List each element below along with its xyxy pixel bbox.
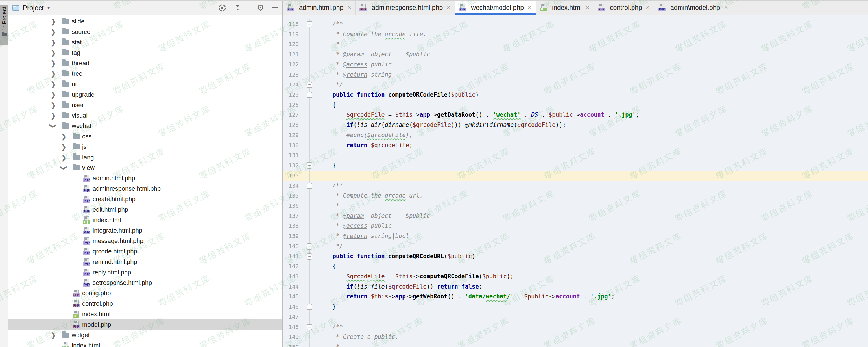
panel-title[interactable]: Project [23,4,44,12]
code-line[interactable]: 144 if(!is_file($qrcodeFile)) return fal… [283,282,868,292]
tree-chevron[interactable]: ❯ [51,39,62,46]
fold-end-icon[interactable]: − [307,304,312,310]
code-line[interactable]: 133 [283,171,868,181]
code-line[interactable]: 141− public function computeQRCodeURL($p… [283,252,868,262]
fold-collapse-icon[interactable]: − [307,21,312,27]
tree-item-css[interactable]: ❯css [8,131,282,142]
tree-chevron[interactable]: ❯ [51,70,62,77]
code-line[interactable]: 140− */ [283,241,868,252]
tree-item-adminresponse-html-php[interactable]: PHPadminresponse.html.php [8,183,282,194]
tree-chevron[interactable]: ❯ [51,102,62,109]
tree-chevron[interactable]: ❯ [51,50,62,56]
tree-item-control-php[interactable]: PHPcontrol.php [8,298,282,309]
tree-item-wechat[interactable]: ❯wechat [8,121,282,131]
gear-icon[interactable]: ⚙ [257,4,264,12]
code-line[interactable]: 127 $qrcodeFile = $this->app->getDataRoo… [283,110,868,120]
code-line[interactable]: 120 * [283,39,868,50]
fold-collapse-icon[interactable]: − [307,324,312,330]
code-area[interactable]: 118− /**119 * Compute the qrcode file.12… [283,15,868,347]
tree-chevron[interactable]: ❯ [51,29,62,35]
code-line[interactable]: 124− */ [283,80,868,90]
tree-item-edit-html-php[interactable]: PHPedit.html.php [8,204,282,215]
code-line[interactable]: 143 $qrcodeFile = $this->computeQRCodeFi… [283,271,868,282]
tree-chevron[interactable]: ❯ [51,91,62,98]
code-line[interactable]: 142 { [283,261,868,271]
close-icon[interactable]: ✕ [347,4,351,11]
code-line[interactable]: 148− /** [283,322,868,332]
tree-item-index-html[interactable]: Hindex.html [8,309,282,319]
code-line[interactable]: 136 * [283,201,868,211]
fold-end-icon[interactable]: − [307,82,312,88]
tree-item-tag[interactable]: ❯tag [8,48,282,58]
code-line[interactable]: 134− /** [283,181,868,191]
fold-end-icon[interactable]: − [307,243,312,250]
tree-chevron[interactable]: ❯ [61,144,72,150]
tree-item-message-html-php[interactable]: PHPmessage.html.php [8,236,282,246]
tree-item-model-php[interactable]: PHPmodel.php [8,319,282,330]
tree-item-remind-html-php[interactable]: PHPremind.html.php [8,257,282,267]
chevron-down-icon[interactable]: ▼ [46,5,51,10]
code-line[interactable]: 125− public function computeQRCodeFile($… [283,90,868,100]
tree-chevron[interactable]: ❯ [51,123,62,129]
code-line[interactable]: 128 if(!is_dir(dirname($qrcodeFile))) @m… [283,120,868,130]
code-line[interactable]: 138 * @access public [283,221,868,231]
code-line[interactable]: 121 * @param object $public [283,50,868,60]
fold-collapse-icon[interactable]: − [307,183,312,189]
tree-item-source[interactable]: ❯source [8,27,282,37]
tree-item-setresponse-html-php[interactable]: PHPsetresponse.html.php [8,278,282,288]
locate-icon[interactable] [218,4,226,12]
code-line[interactable]: 131 [283,150,868,161]
tree-item-qrcode-html-php[interactable]: PHPqrcode.html.php [8,246,282,257]
code-line[interactable]: 126 { [283,100,868,110]
code-line[interactable]: 137 * @param object $public [283,211,868,221]
code-line[interactable]: 146− } [283,302,868,312]
tree-item-tree[interactable]: ❯tree [8,68,282,79]
tab-control-php[interactable]: PHPcontrol.php✕ [594,1,654,15]
code-line[interactable]: 149 * Create a public. [283,332,868,342]
fold-collapse-icon[interactable]: − [307,254,312,260]
tree-chevron[interactable]: ❯ [61,154,72,161]
tree-item-thread[interactable]: ❯thread [8,58,282,68]
tree-chevron[interactable]: ❯ [51,60,62,67]
tree-chevron[interactable]: ❯ [51,18,62,25]
code-line[interactable]: 123 * @return string [283,70,868,80]
tree-item-integrate-html-php[interactable]: PHPintegrate.html.php [8,225,282,236]
close-icon[interactable]: ✕ [646,4,650,11]
tree-item-ui[interactable]: ❯ui [8,79,282,89]
code-line[interactable]: 122 * @access public [283,60,868,70]
tab-admin-model-php[interactable]: PHPadmin\model.php✕ [654,1,733,15]
code-line[interactable]: 150 * [283,342,868,347]
tree-item-admin-html-php[interactable]: PHPadmin.html.php [8,173,282,183]
code-line[interactable]: 129 #echo($qrcodeFile); [283,130,868,140]
tree-item-visual[interactable]: ❯visual [8,110,282,121]
code-line[interactable]: 130 return $qrcodeFile; [283,140,868,151]
tree-item-index-html[interactable]: Hindex.html [8,215,282,225]
tree-chevron[interactable]: ❯ [51,332,62,339]
project-stripe-button[interactable]: 1: Project [0,5,8,45]
hide-panel-icon[interactable] [272,7,278,8]
tree-chevron[interactable]: ❯ [51,81,62,88]
tree-item-widget[interactable]: ❯widget [8,330,282,340]
tree-item-create-html-php[interactable]: PHPcreate.html.php [8,194,282,204]
code-line[interactable]: 132− } [283,161,868,171]
code-line[interactable]: 118− /** [283,19,868,29]
tree-item-view[interactable]: ❯view [8,163,282,173]
tree-chevron[interactable]: ❯ [61,165,72,171]
tree-item-slide[interactable]: ❯slide [8,16,282,27]
tree-item-stat[interactable]: ❯stat [8,37,282,48]
tab-admin-html-php[interactable]: PHPadmin.html.php✕ [283,1,355,15]
tab-wechat-model-php[interactable]: PHPwechat\model.php✕ [455,1,536,15]
tree-chevron[interactable]: ❯ [61,133,72,140]
tree-item-user[interactable]: ❯user [8,100,282,110]
code-line[interactable]: 147 [283,312,868,322]
code-line[interactable]: 145 return $this->app->getWebRoot() . 'd… [283,292,868,302]
tree-item-index-html[interactable]: Hindex.html [8,340,282,347]
tree-item-js[interactable]: ❯js [8,142,282,152]
code-line[interactable]: 135 * Compute the qrcode url. [283,191,868,201]
tree-item-config-php[interactable]: PHPconfig.php [8,288,282,298]
tree-item-lang[interactable]: ❯lang [8,152,282,163]
code-line[interactable]: 119 * Compute the qrcode file. [283,29,868,39]
tree-chevron[interactable]: ❯ [51,112,62,119]
tab-index-html[interactable]: Hindex.html✕ [536,1,594,15]
code-line[interactable]: 139 * @return string|bool [283,231,868,241]
